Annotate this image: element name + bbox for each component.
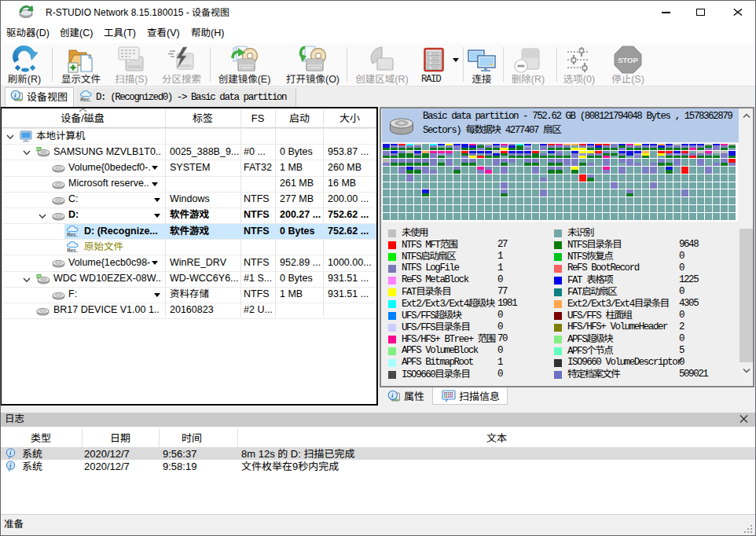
svg-text:STOP: STOP — [618, 56, 638, 64]
svg-text:Rec.: Rec. — [67, 248, 78, 253]
svg-text:Rec.: Rec. — [80, 97, 91, 102]
svg-text:Rec.: Rec. — [67, 232, 78, 237]
